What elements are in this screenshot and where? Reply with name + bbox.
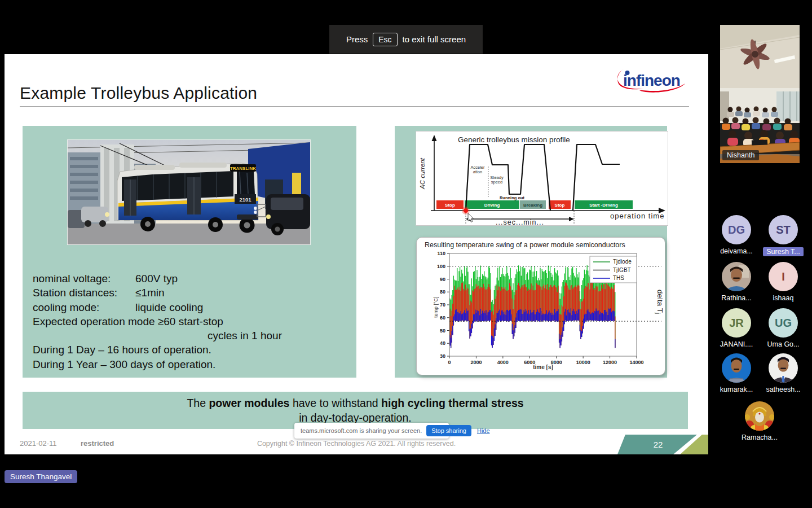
temp-legend: Tjdiode TjIGBT THS (590, 256, 637, 283)
avatar-initials: UG (769, 308, 798, 338)
esc-key-badge: Esc (373, 33, 397, 46)
laser-pointer-dot (464, 208, 468, 213)
participant-tile-ishaaq[interactable]: I ishaaq (760, 262, 807, 303)
svg-text:Tjdiode: Tjdiode (613, 259, 632, 265)
participant-tile-satheesh[interactable]: satheesh... (760, 353, 807, 394)
avatar-initials: JR (722, 308, 751, 338)
avatar-photo (745, 401, 774, 431)
photo-deity (745, 401, 774, 431)
participant-name: Rathina... (721, 294, 752, 302)
mouse-cursor (468, 213, 474, 222)
svg-text:2000: 2000 (470, 360, 482, 365)
participant-name: ishaaq (773, 294, 794, 302)
participant-name: deivama... (720, 247, 753, 255)
svg-text:TjIGBT: TjIGBT (613, 267, 631, 273)
spec-list: nominal voltage: 600V typ Station distan… (33, 271, 348, 371)
svg-text:4000: 4000 (497, 360, 509, 365)
toast-press-text: Press (346, 34, 368, 44)
svg-text:Stop: Stop (555, 203, 565, 208)
participant-name: JANANI.... (720, 340, 753, 348)
participant-tile-suresh[interactable]: ST Suresh T... (760, 215, 807, 256)
spec-line: During 1 Year – 300 days of operation. (33, 357, 348, 371)
participant-tile-kumarak[interactable]: kumarak... (713, 353, 760, 394)
spec-line: During 1 Day – 16 hours of operation. (33, 343, 348, 357)
svg-text:THS: THS (613, 275, 624, 281)
photo-rathina (722, 262, 751, 291)
participant-tile-uma[interactable]: UG Uma Go... (760, 308, 807, 349)
delta-tj-label: delta Tj (655, 290, 664, 314)
mission-y-label: AC current (419, 157, 426, 190)
participant-tile-ramacha[interactable]: Ramacha... (736, 401, 783, 442)
title-underline (20, 106, 689, 107)
spec-row: cooling mode: liquide cooling (33, 300, 348, 314)
hide-link[interactable]: Hide (477, 427, 490, 434)
photo-kumarak (722, 353, 751, 383)
svg-text:90: 90 (440, 277, 445, 282)
svg-text:10000: 10000 (576, 360, 590, 365)
svg-text:100: 100 (437, 264, 445, 269)
svg-text:70: 70 (440, 302, 445, 308)
toast-suffix-text: to exit full screen (403, 34, 466, 44)
svg-text:40: 40 (440, 340, 445, 346)
sec-min-note: ...sec...min... (496, 218, 544, 225)
spec-line: Expected operation mode ≥60 start-stop (33, 314, 348, 329)
page-number: 22 (654, 440, 663, 449)
footer-copyright: Copyright © Infineon Technologies AG 202… (5, 440, 708, 448)
message-line-1: The power modules have to withstand high… (23, 397, 688, 410)
svg-text:ation: ation (473, 169, 482, 174)
temperature-chart-card: Resulting temperature swing of a power m… (416, 237, 665, 375)
svg-text:50: 50 (440, 328, 445, 334)
avatar-initials: I (769, 262, 798, 291)
svg-text:Driving: Driving (484, 203, 500, 208)
avatar-initials: DG (722, 215, 751, 244)
shared-slide: Example Trolleybus Application infineon (5, 54, 708, 454)
infineon-logo: infineon (616, 63, 689, 96)
page-number-shape: 22 (617, 433, 708, 454)
mission-title: Generic trolleybus mission profile (458, 135, 570, 144)
svg-text:0: 0 (448, 360, 451, 365)
avatar-initials: ST (769, 215, 798, 244)
spec-line: cycles in 1 hour (33, 329, 348, 343)
avatar-photo (722, 353, 751, 383)
participant-tile-rathina[interactable]: Rathina... (713, 262, 760, 303)
classroom-video-feed (720, 25, 800, 163)
sharing-status-text: teams.microsoft.com is sharing your scre… (301, 427, 422, 434)
video-participant-name: Nishanth (722, 150, 759, 160)
trolleybus-photo: TRANSLINK 2101 (68, 140, 310, 244)
photo-satheesh (769, 353, 798, 383)
stop-sharing-button[interactable]: Stop sharing (426, 425, 471, 436)
temp-y-axis-label: temp [°C] (433, 296, 439, 318)
svg-text:110: 110 (437, 251, 445, 256)
svg-text:80: 80 (440, 289, 445, 295)
svg-text:Running out: Running out (500, 195, 525, 200)
spec-row: nominal voltage: 600V typ (33, 271, 348, 286)
mission-x-label: operation time (610, 212, 664, 220)
slide-title: Example Trolleybus Application (20, 84, 257, 103)
temp-chart-title: Resulting temperature swing of a power m… (425, 241, 625, 249)
right-content-panel: Generic trolleybus mission profile AC cu… (395, 126, 667, 378)
participant-name: Uma Go... (767, 340, 800, 348)
svg-text:Stop: Stop (445, 203, 455, 208)
participant-name-highlighted: Suresh T... (763, 247, 804, 256)
svg-text:Breaking: Breaking (523, 203, 542, 208)
participant-video-nishanth[interactable]: Nishanth (720, 25, 800, 163)
participant-name: satheesh... (766, 386, 800, 393)
svg-text:60: 60 (440, 315, 445, 321)
participant-tile-janani[interactable]: JR JANANI.... (713, 308, 760, 349)
avatar-photo (769, 353, 798, 383)
self-name-tag: Suresh Thangavel (5, 470, 77, 483)
mission-profile-diagram: Generic trolleybus mission profile AC cu… (416, 131, 668, 226)
svg-text:14000: 14000 (629, 360, 643, 365)
svg-text:Start -Driving: Start -Driving (589, 203, 618, 208)
participant-tile-deivama[interactable]: DG deivama... (713, 215, 760, 256)
participant-name: Ramacha... (742, 433, 778, 441)
temp-x-axis-label: time [s] (533, 364, 553, 370)
svg-text:speed: speed (491, 179, 502, 185)
fullscreen-exit-toast: Press Esc to exit full screen (329, 25, 483, 54)
participant-name: kumarak... (720, 386, 753, 393)
svg-text:12000: 12000 (603, 360, 617, 365)
svg-text:30: 30 (440, 353, 445, 359)
browser-sharing-bar: teams.microsoft.com is sharing your scre… (294, 423, 449, 439)
spec-row: Station distances: ≤1min (33, 286, 348, 300)
bus-fleet-number: 2101 (239, 196, 251, 203)
